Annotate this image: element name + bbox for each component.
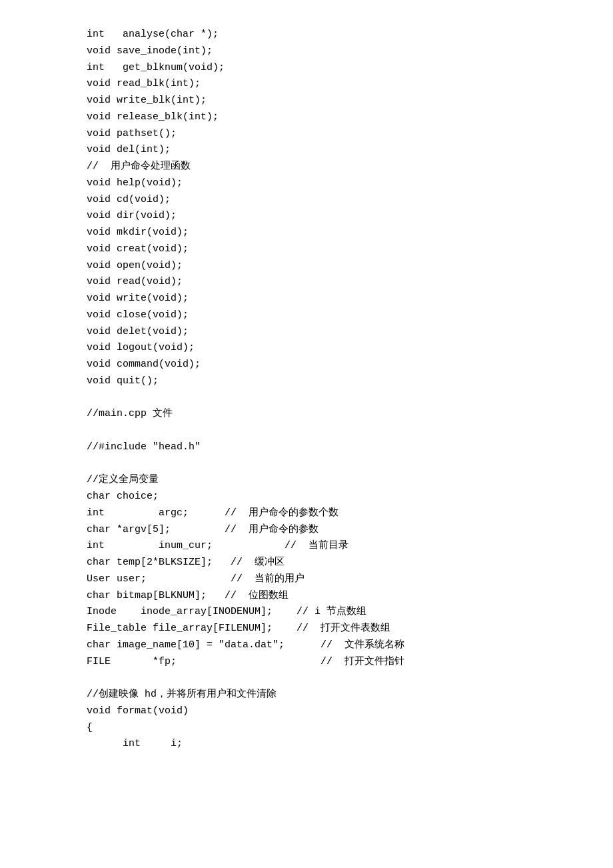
code-line: void delet(void); (87, 324, 573, 341)
code-line: int argc; // 用户命令的参数个数 (87, 505, 573, 522)
code-line: void logout(void); (87, 340, 573, 357)
code-line: File_table file_array[FILENUM]; // 打开文件表… (87, 621, 573, 637)
code-line: void write_blk(int); (87, 93, 573, 109)
code-line: char temp[2*BLKSIZE]; // 缓冲区 (87, 555, 573, 571)
code-line: void command(void); (87, 357, 573, 373)
code-line: void open(void); (87, 258, 573, 275)
code-line: void release_blk(int); (87, 109, 573, 126)
code-line: void save_inode(int); (87, 43, 573, 60)
code-line: char image_name[10] = "data.dat"; // 文件系… (87, 637, 573, 654)
code-line: char bitmap[BLKNUM]; // 位图数组 (87, 588, 573, 605)
code-line: char *argv[5]; // 用户命令的参数 (87, 522, 573, 539)
code-line: void close(void); (87, 307, 573, 324)
code-line: char choice; (87, 489, 573, 505)
code-line: User user; // 当前的用户 (87, 571, 573, 588)
code-line: int analyse(char *); (87, 27, 573, 43)
code-gap (87, 423, 573, 439)
code-gap (87, 670, 573, 687)
code-line: //定义全局变量 (87, 472, 573, 489)
code-gap (87, 456, 573, 473)
code-container: int analyse(char *);void save_inode(int)… (87, 27, 573, 753)
code-line: void read_blk(int); (87, 76, 573, 93)
code-line: void help(void); (87, 175, 573, 192)
code-gap (87, 390, 573, 407)
code-line: void cd(void); (87, 192, 573, 209)
code-line: int i; (87, 736, 573, 753)
code-line: void pathset(); (87, 126, 573, 143)
code-line: Inode inode_array[INODENUM]; // i 节点数组 (87, 604, 573, 621)
code-line: int inum_cur; // 当前目录 (87, 538, 573, 555)
code-line: void creat(void); (87, 241, 573, 258)
code-line: void format(void) (87, 703, 573, 720)
code-line: int get_blknum(void); (87, 60, 573, 77)
code-line: void mkdir(void); (87, 225, 573, 241)
code-line: void quit(); (87, 373, 573, 390)
code-line: void write(void); (87, 291, 573, 307)
code-line: FILE *fp; // 打开文件指针 (87, 654, 573, 671)
code-line: //main.cpp 文件 (87, 406, 573, 423)
code-line: void read(void); (87, 274, 573, 291)
code-line: { (87, 720, 573, 737)
code-line: //创建映像 hd，并将所有用户和文件清除 (87, 687, 573, 703)
code-line: // 用户命令处理函数 (87, 159, 573, 175)
code-line: void dir(void); (87, 208, 573, 225)
code-line: //#include "head.h" (87, 439, 573, 456)
code-line: void del(int); (87, 142, 573, 159)
